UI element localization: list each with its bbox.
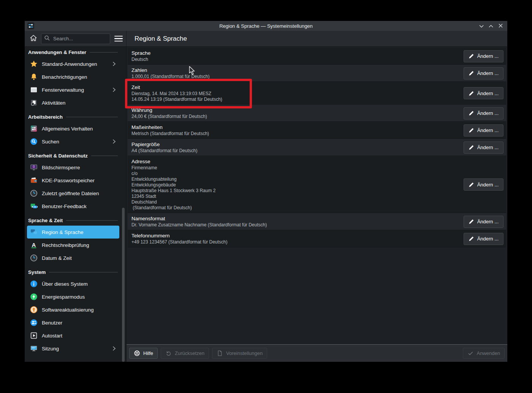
sidebar-item-label: Rechtschreibprüfung [42, 242, 89, 248]
sidebar-item-softwareaktualisierung[interactable]: Softwareaktualisierung [27, 303, 119, 316]
hamburger-icon [114, 36, 123, 37]
sidebar-section-header: Sprache & Zeit [28, 216, 118, 225]
content-area: SpracheDeutschÄndern ...Zahlen1.000,01 (… [127, 47, 507, 362]
row-title: Währung [131, 107, 459, 114]
monitor-icon [30, 344, 38, 353]
home-icon [30, 34, 37, 43]
sidebar: Anwendungen & FensterStandard-Anwendunge… [25, 47, 127, 362]
pencil-icon [469, 53, 474, 59]
sidebar-section-label: Sprache & Zeit [28, 218, 63, 223]
sidebar-item-autostart[interactable]: Autostart [27, 329, 119, 342]
sidebar-scrollbar[interactable] [122, 208, 125, 362]
sidebar-item-energiesparmodus[interactable]: Energiesparmodus [27, 290, 119, 303]
sidebar-item-bildschirmsperre[interactable]: Bildschirmsperre [27, 161, 119, 174]
help-button[interactable]: Hilfe [129, 348, 158, 359]
spellcheck-icon: A [30, 241, 38, 249]
change-button-namensformat[interactable]: Ändern ... [464, 216, 504, 228]
row-value: Firmenname [131, 165, 459, 171]
search-box[interactable] [41, 33, 110, 44]
sidebar-item-aktivitaeten[interactable]: Aktivitäten [27, 96, 119, 109]
change-button-label: Ändern ... [477, 182, 499, 188]
change-button-label: Ändern ... [477, 70, 499, 76]
settings-list: SpracheDeutschÄndern ...Zahlen1.000,01 (… [127, 47, 507, 344]
change-button-telefonnummern[interactable]: Ändern ... [464, 233, 504, 245]
section-rule [66, 220, 118, 221]
defaults-button[interactable]: Voreinstellungen [212, 348, 267, 359]
sidebar-item-label: Allgemeines Verhalten [42, 126, 93, 132]
sidebar-item-allgemeines-verhalten[interactable]: Allgemeines Verhalten [27, 122, 119, 135]
settings-row-zahlen: Zahlen1.000,01 (Standardformat für Deuts… [128, 65, 506, 82]
settings-row-telefonnummern: Telefonnummern+49 123 1234567 (Standardf… [128, 230, 506, 247]
sidebar-item-benutzer-feedback[interactable]: ★★★Benutzer-Feedback [27, 200, 119, 213]
sidebar-section-header: System [28, 268, 118, 277]
row-value: +49 123 1234567 (Standardformat für Deut… [131, 239, 459, 245]
energy-icon [30, 293, 38, 301]
sidebar-item-zuletzt-geoeffnete-dateien[interactable]: Zuletzt geöffnete Dateien [27, 187, 119, 200]
sidebar-item-label: Benutzer-Feedback [42, 204, 87, 209]
window-controls [479, 23, 503, 29]
row-value: Entwicklungsgebäude [131, 182, 459, 188]
sidebar-item-ueber-dieses-system[interactable]: Über dieses System [27, 277, 119, 290]
change-button-waehrung[interactable]: Ändern ... [464, 107, 504, 119]
sidebar-section-label: Sicherheit & Datenschutz [28, 153, 88, 159]
sidebar-item-datum-zeit[interactable]: Datum & Zeit [27, 251, 119, 264]
row-text: Telefonnummern+49 123 1234567 (Standardf… [131, 232, 459, 245]
sidebar-item-standard-anwendungen[interactable]: Standard-Anwendungen [27, 57, 119, 70]
row-title: Maßeinheiten [131, 124, 459, 131]
row-value: Hauptstraße Haus 1 Stockwerk 3 Raum 2 [131, 188, 459, 194]
undo-icon [165, 350, 172, 356]
settings-row-masseinheiten: MaßeinheitenMetrisch (Standardformat für… [128, 122, 506, 139]
home-button[interactable] [29, 35, 38, 43]
sidebar-item-label: Benachrichtigungen [42, 74, 87, 80]
autostart-icon [30, 331, 38, 340]
sidebar-item-benachrichtigungen[interactable]: Benachrichtigungen [27, 70, 119, 83]
pencil-icon [469, 219, 474, 224]
main-area: Anwendungen & FensterStandard-Anwendunge… [25, 47, 507, 362]
change-button-label: Ändern ... [477, 145, 499, 150]
change-button-zahlen[interactable]: Ändern ... [464, 67, 504, 80]
change-button-papiergroesse[interactable]: Ändern ... [464, 142, 504, 154]
change-button-label: Ändern ... [477, 110, 499, 116]
reset-button[interactable]: Zurücksetzen [161, 348, 209, 359]
sidebar-item-fensterverwaltung[interactable]: Fensterverwaltung [27, 83, 119, 96]
sidebar-section-header: Sicherheit & Datenschutz [28, 151, 118, 160]
maximize-button[interactable] [488, 23, 494, 29]
change-button-sprache[interactable]: Ändern ... [464, 50, 504, 62]
svg-text:A: A [32, 242, 36, 248]
close-icon [499, 22, 503, 29]
page-title: Region & Sprache [135, 31, 187, 46]
sidebar-item-label: Autostart [42, 333, 62, 339]
change-button-adresse[interactable]: Ändern ... [464, 178, 504, 191]
row-value: 24,00 € (Standardformat für Deutsch) [131, 114, 459, 119]
row-title: Zeit [131, 84, 459, 91]
systemsettings-app-icon [27, 22, 34, 29]
sidebar-item-benutzer[interactable]: Benutzer [27, 316, 119, 329]
menu-button[interactable] [114, 35, 124, 43]
sidebar-item-sitzung[interactable]: Sitzung [27, 342, 119, 355]
change-button-zeit[interactable]: Ändern ... [464, 87, 504, 99]
titlebar: Region & Sprache — Systemeinstellungen [25, 21, 507, 31]
sidebar-section-header: Arbeitsbereich [28, 113, 118, 121]
change-button-masseinheiten[interactable]: Ändern ... [464, 124, 504, 137]
toolbar-left [25, 31, 127, 46]
chevron-right-icon [111, 87, 117, 92]
sidebar-item-rechtschreibpruefung[interactable]: ARechtschreibprüfung [27, 239, 119, 251]
wallet-icon [30, 176, 38, 185]
window-title: Region & Sprache — Systemeinstellungen [25, 23, 507, 29]
apply-button[interactable]: Anwenden [463, 348, 505, 359]
sidebar-item-label: Benutzer [42, 320, 62, 326]
close-button[interactable] [498, 23, 503, 29]
chat-bubbles-icon [30, 228, 38, 236]
minimize-button[interactable] [479, 23, 484, 29]
row-value: (Standardformat für Deutsch) [131, 205, 459, 211]
systemsettings-window: Region & Sprache — Systemeinstellungen R… [25, 21, 507, 362]
sidebar-item-region-sprache[interactable]: Region & Sprache [27, 226, 119, 239]
settings-row-sprache: SpracheDeutschÄndern ... [128, 48, 506, 65]
sidebar-item-kde-passwortspeicher[interactable]: KDE-Passwortspeicher [27, 174, 119, 187]
clock-icon [30, 189, 38, 197]
row-title: Adresse [131, 158, 459, 165]
sidebar-item-suchen[interactable]: Suchen [27, 135, 119, 148]
search-input[interactable] [52, 35, 107, 42]
help-icon [134, 350, 140, 356]
settings-row-zeit: ZeitDienstag, 14. Mai 2024 13:19:03 MESZ… [128, 82, 506, 105]
